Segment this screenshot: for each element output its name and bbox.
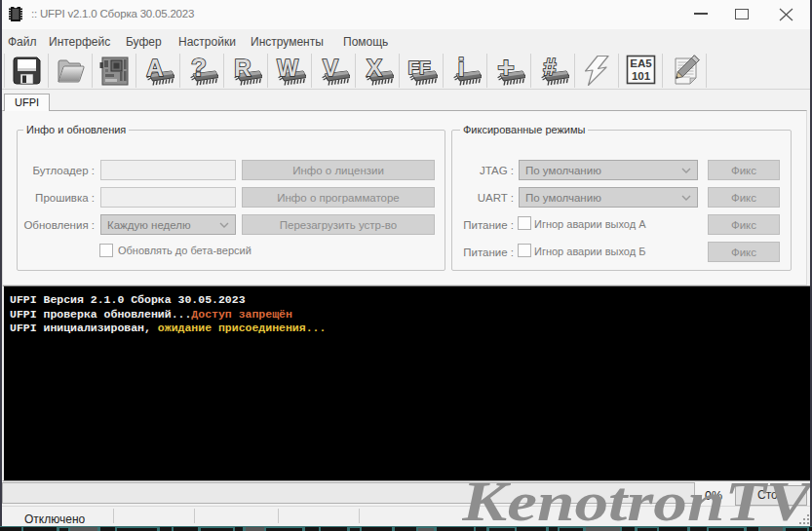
svg-text:101: 101 [631, 70, 650, 82]
svg-text:EA5: EA5 [630, 57, 652, 69]
svg-text:X: X [366, 55, 381, 81]
svg-text:+: + [497, 55, 515, 83]
svg-text:V: V [322, 55, 337, 81]
svg-text:A: A [146, 55, 163, 81]
svg-text:#: # [543, 55, 556, 80]
svg-text:FF: FF [407, 57, 430, 78]
svg-text:KenotronTV: KenotronTV [462, 470, 812, 531]
svg-text:i: i [457, 55, 464, 82]
svg-text:?: ? [191, 55, 207, 82]
svg-text:W: W [277, 56, 298, 81]
svg-text:R: R [234, 55, 251, 81]
